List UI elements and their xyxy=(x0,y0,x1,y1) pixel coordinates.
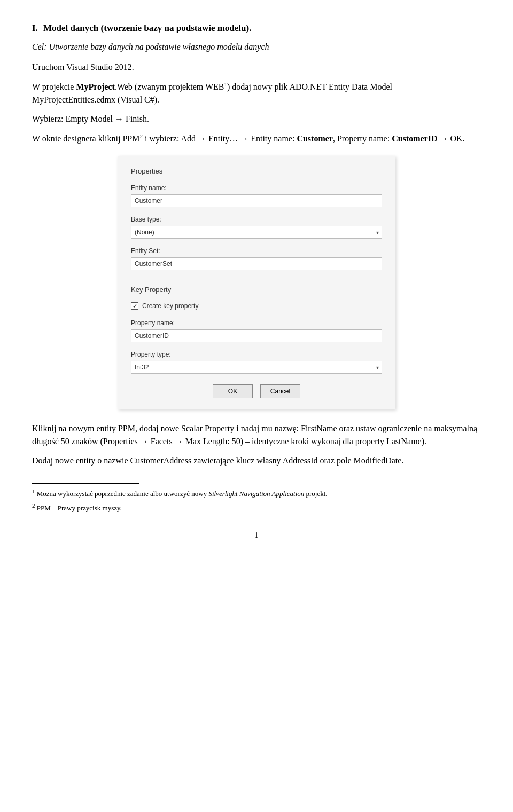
entity-name-input[interactable] xyxy=(131,194,382,207)
key-property-section-title: Key Property xyxy=(131,285,382,295)
entity-set-label: Entity Set: xyxy=(131,246,382,256)
base-type-select[interactable]: (None) xyxy=(131,226,382,239)
property-name-input[interactable] xyxy=(131,329,382,342)
paragraph-1: Uruchom Visual Studio 2012. xyxy=(32,61,481,74)
page-number: 1 xyxy=(32,530,481,541)
property-name-group: Property name: xyxy=(131,318,382,342)
entity-set-input[interactable] xyxy=(131,257,382,270)
paragraph-2: W projekcie MyProject.Web (zwanym projek… xyxy=(32,80,481,106)
entity-properties-dialog: Properties Entity name: Base type: (None… xyxy=(118,156,395,409)
section-subtitle: Cel: Utworzenie bazy danych na podstawie… xyxy=(32,42,269,51)
create-key-checkbox[interactable]: ✓ xyxy=(131,302,138,310)
create-key-row: ✓ Create key property xyxy=(131,301,382,311)
property-type-select[interactable]: Int32 xyxy=(131,361,382,374)
property-type-label: Property type: xyxy=(131,350,382,359)
footnote-2: 2 PPM – Prawy przycisk myszy. xyxy=(32,501,481,514)
base-type-select-wrapper: (None) ▾ xyxy=(131,226,382,239)
create-key-label: Create key property xyxy=(142,301,198,311)
paragraph-6: Dodaj nowe entity o nazwie CustomerAddre… xyxy=(32,454,481,467)
section-roman: I. xyxy=(32,23,38,33)
dialog-title: Properties xyxy=(131,166,382,177)
property-type-group: Property type: Int32 ▾ xyxy=(131,350,382,374)
cancel-button[interactable]: Cancel xyxy=(260,384,300,398)
dialog-button-row: OK Cancel xyxy=(131,384,382,398)
dialog-wrapper: Properties Entity name: Base type: (None… xyxy=(32,156,481,409)
entity-name-label: Entity name: xyxy=(131,183,382,193)
ok-button[interactable]: OK xyxy=(213,384,253,398)
paragraph-4: W oknie designera kliknij PPM2 i wybierz… xyxy=(32,132,481,145)
base-type-label: Base type: xyxy=(131,215,382,224)
section-title: Model danych (tworzenie bazy na podstawi… xyxy=(43,23,252,33)
paragraph-5: Kliknij na nowym entity PPM, dodaj nowe … xyxy=(32,422,481,448)
base-type-group: Base type: (None) ▾ xyxy=(131,215,382,239)
paragraph-3: Wybierz: Empty Model → Finish. xyxy=(32,113,481,125)
footnote-1: 1 Można wykorzystać poprzednie zadanie a… xyxy=(32,487,481,499)
entity-set-group: Entity Set: xyxy=(131,246,382,270)
property-name-label: Property name: xyxy=(131,318,382,328)
entity-name-group: Entity name: xyxy=(131,183,382,207)
property-type-select-wrapper: Int32 ▾ xyxy=(131,361,382,374)
dialog-divider xyxy=(131,278,382,278)
footnote-divider xyxy=(32,483,139,484)
